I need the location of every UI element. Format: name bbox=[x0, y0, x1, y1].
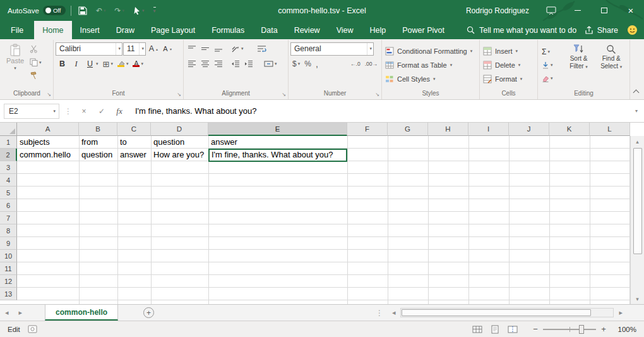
increase-font-size-button[interactable]: A ▴ bbox=[146, 42, 160, 56]
column-header-a[interactable]: A bbox=[17, 123, 79, 136]
tab-insert[interactable]: Insert bbox=[72, 21, 108, 39]
cell-c2[interactable]: answer bbox=[117, 149, 151, 161]
autosave-pill[interactable]: Off bbox=[43, 6, 66, 15]
vertical-scrollbar[interactable]: ▴ ▾ bbox=[630, 136, 644, 304]
column-header-h[interactable]: H bbox=[428, 123, 468, 136]
row-header-9[interactable]: 9 bbox=[0, 237, 17, 250]
macro-record-button[interactable] bbox=[28, 325, 37, 333]
tab-power-pivot[interactable]: Power Pivot bbox=[394, 21, 453, 39]
zoom-slider-thumb[interactable] bbox=[579, 325, 584, 334]
row-header-11[interactable]: 11 bbox=[0, 262, 17, 275]
ribbon-display-options-button[interactable] bbox=[538, 0, 564, 21]
percent-style-button[interactable]: % bbox=[302, 58, 313, 71]
zoom-out-button[interactable]: − bbox=[532, 324, 539, 334]
number-dialog-launcher-icon[interactable]: ↘ bbox=[375, 92, 379, 97]
font-size-combo[interactable]: 11 ▾ bbox=[123, 42, 146, 56]
grid-cells-area[interactable]: subjects from to question answer common.… bbox=[17, 136, 630, 304]
conditional-formatting-button[interactable]: Conditional Formatting ▾ bbox=[384, 44, 477, 58]
italic-button[interactable]: I bbox=[69, 58, 83, 71]
tab-formulas[interactable]: Formulas bbox=[203, 21, 253, 39]
scroll-down-icon[interactable]: ▾ bbox=[631, 293, 644, 304]
increase-decimal-button[interactable]: ←.0 bbox=[349, 58, 362, 71]
middle-align-button[interactable] bbox=[199, 42, 212, 56]
user-name[interactable]: Rodrigo Rodriguez bbox=[466, 6, 529, 15]
accounting-format-button[interactable]: $ ▾ bbox=[290, 58, 302, 71]
cell-b2[interactable]: question bbox=[79, 149, 117, 161]
redo-button[interactable]: ↷ ▾ bbox=[112, 3, 126, 18]
tab-file[interactable]: File bbox=[0, 21, 34, 39]
alignment-dialog-launcher-icon[interactable]: ↘ bbox=[282, 92, 286, 97]
column-header-d[interactable]: D bbox=[151, 123, 208, 136]
format-painter-button[interactable] bbox=[28, 69, 44, 82]
row-header-3[interactable]: 3 bbox=[0, 161, 17, 174]
row-header-10[interactable]: 10 bbox=[0, 250, 17, 262]
touch-mouse-mode-button[interactable]: ▾ bbox=[131, 3, 146, 18]
underline-button[interactable]: U ▾ bbox=[83, 58, 100, 71]
cell-d2[interactable]: How are you? bbox=[151, 149, 208, 161]
customize-qat-button[interactable]: ▾ bbox=[152, 3, 158, 18]
cell-styles-button[interactable]: Cell Styles ▾ bbox=[384, 72, 477, 86]
font-dialog-launcher-icon[interactable]: ↘ bbox=[177, 92, 181, 97]
page-layout-view-button[interactable] bbox=[487, 323, 503, 336]
orientation-button[interactable]: ▾ bbox=[229, 42, 246, 56]
cancel-entry-button[interactable]: × bbox=[77, 104, 91, 118]
column-header-b[interactable]: B bbox=[79, 123, 117, 136]
cell-b1[interactable]: from bbox=[79, 136, 117, 149]
horizontal-scrollbar-thumb[interactable] bbox=[402, 309, 591, 316]
row-header-12[interactable]: 12 bbox=[0, 275, 17, 288]
fill-color-button[interactable]: ▾ bbox=[116, 58, 131, 71]
hscroll-left-icon[interactable]: ◂ bbox=[387, 309, 401, 317]
tab-review[interactable]: Review bbox=[286, 21, 328, 39]
zoom-slider[interactable] bbox=[543, 329, 596, 330]
tab-data[interactable]: Data bbox=[253, 21, 285, 39]
column-header-k[interactable]: K bbox=[549, 123, 590, 136]
decrease-indent-button[interactable] bbox=[229, 58, 242, 71]
autosum-button[interactable]: Σ ▾ bbox=[540, 46, 563, 59]
tab-draw[interactable]: Draw bbox=[108, 21, 143, 39]
row-header-4[interactable]: 4 bbox=[0, 174, 17, 187]
zoom-level[interactable]: 100% bbox=[615, 326, 636, 333]
cell-c1[interactable]: to bbox=[117, 136, 151, 149]
cell-e2-selected[interactable]: I'm fine, thanks. What about you? bbox=[208, 149, 347, 162]
autosave-toggle[interactable]: AutoSave Off bbox=[8, 6, 66, 15]
column-header-g[interactable]: G bbox=[388, 123, 428, 136]
undo-button[interactable]: ↶ ▾ bbox=[94, 3, 108, 18]
fill-button[interactable]: ▾ bbox=[540, 59, 563, 72]
row-header-13[interactable]: 13 bbox=[0, 288, 17, 300]
feedback-smiley-icon[interactable] bbox=[627, 25, 638, 35]
sheet-nav-left-icon[interactable]: ◂ bbox=[0, 309, 14, 317]
select-all-corner[interactable] bbox=[0, 123, 17, 136]
formula-bar-input[interactable]: I'm fine, thanks. What about you? bbox=[130, 106, 631, 116]
minimize-button[interactable] bbox=[564, 0, 591, 21]
top-align-button[interactable] bbox=[186, 42, 198, 56]
scroll-up-icon[interactable]: ▴ bbox=[631, 136, 644, 147]
enter-entry-button[interactable]: ✓ bbox=[95, 104, 109, 118]
copy-button[interactable]: ▾ bbox=[28, 56, 44, 69]
hscroll-right-icon[interactable]: ▸ bbox=[614, 309, 628, 317]
insert-function-button[interactable]: fx bbox=[112, 104, 126, 118]
decrease-decimal-button[interactable]: .00→ bbox=[363, 58, 379, 71]
save-button[interactable] bbox=[76, 3, 89, 18]
tell-me-box[interactable]: Tell me what you want to do bbox=[467, 21, 576, 39]
bottom-align-button[interactable] bbox=[212, 42, 225, 56]
tab-view[interactable]: View bbox=[328, 21, 362, 39]
cell-a2[interactable]: common.hello bbox=[17, 149, 79, 161]
align-left-button[interactable] bbox=[186, 58, 198, 71]
align-right-button[interactable] bbox=[212, 58, 225, 71]
row-header-8[interactable]: 8 bbox=[0, 224, 17, 237]
wrap-text-button[interactable] bbox=[255, 42, 268, 56]
page-break-preview-button[interactable] bbox=[505, 323, 520, 336]
cut-button[interactable] bbox=[28, 42, 44, 56]
format-as-table-button[interactable]: Format as Table ▾ bbox=[384, 58, 477, 72]
column-header-l[interactable]: L bbox=[590, 123, 630, 136]
formula-bar-drag-handle[interactable]: ⋮ bbox=[63, 107, 73, 116]
sheetbar-splitter-handle[interactable]: ⋮ bbox=[372, 309, 387, 317]
clear-button[interactable]: ▾ bbox=[540, 72, 563, 85]
new-sheet-button[interactable]: + bbox=[143, 307, 154, 318]
row-header-7[interactable]: 7 bbox=[0, 212, 17, 224]
row-header-6[interactable]: 6 bbox=[0, 199, 17, 212]
vertical-scrollbar-thumb[interactable] bbox=[633, 148, 642, 254]
column-header-j[interactable]: J bbox=[509, 123, 549, 136]
find-select-button[interactable]: Find & Select ▾ bbox=[595, 41, 628, 89]
format-cells-button[interactable]: Format ▾ bbox=[482, 72, 535, 86]
